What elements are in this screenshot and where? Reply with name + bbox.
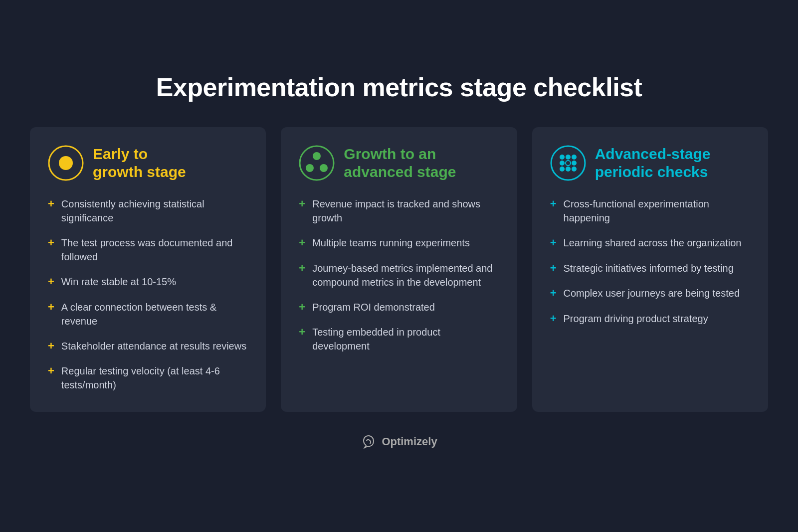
svg-point-12	[572, 161, 577, 166]
item-text: Learning shared across the organization	[564, 236, 742, 250]
early-stage-title: Early togrowth stage	[93, 145, 186, 181]
svg-point-6	[551, 146, 585, 180]
list-item: + Revenue impact is tracked and shows gr…	[299, 197, 499, 225]
item-text: Journey-based metrics implemented and co…	[312, 261, 499, 289]
advanced-stage-icon	[550, 145, 586, 181]
plus-icon: +	[550, 236, 557, 250]
column-advanced: Advanced-stageperiodic checks + Cross-fu…	[532, 127, 768, 412]
plus-icon: +	[48, 364, 54, 378]
plus-icon: +	[48, 339, 54, 354]
list-item: + Program ROI demonstrated	[299, 300, 499, 315]
plus-icon: +	[299, 236, 305, 250]
item-text: Multiple teams running experiments	[312, 236, 470, 250]
plus-icon: +	[48, 275, 54, 289]
column-header-early: Early togrowth stage	[48, 145, 248, 181]
item-text: Program ROI demonstrated	[312, 300, 435, 314]
svg-point-1	[59, 156, 73, 170]
list-item: + A clear connection between tests & rev…	[48, 300, 248, 328]
list-item: + Win rate stable at 10-15%	[48, 275, 248, 289]
brand-name: Optimizely	[382, 435, 437, 448]
svg-point-15	[572, 167, 577, 172]
svg-point-14	[566, 167, 571, 172]
item-text: Program driving product strategy	[564, 312, 708, 326]
list-item: + Testing embedded in product developmen…	[299, 325, 499, 353]
item-text: Stakeholder attendance at results review…	[61, 339, 246, 353]
growth-checklist: + Revenue impact is tracked and shows gr…	[299, 197, 499, 353]
item-text: Regular testing velocity (at least 4-6 t…	[61, 364, 248, 392]
column-header-advanced: Advanced-stageperiodic checks	[550, 145, 750, 181]
svg-point-11	[566, 161, 571, 166]
list-item: + Multiple teams running experiments	[299, 236, 499, 250]
list-item: + Stakeholder attendance at results revi…	[48, 339, 248, 354]
advanced-stage-title: Advanced-stageperiodic checks	[595, 145, 711, 181]
list-item: + The test process was documented and fo…	[48, 236, 248, 264]
advanced-checklist: + Cross-functional experimentation happe…	[550, 197, 750, 326]
column-header-growth: Growth to anadvanced stage	[299, 145, 499, 181]
list-item: + Cross-functional experimentation happe…	[550, 197, 750, 225]
svg-point-7	[560, 155, 565, 160]
early-stage-icon	[48, 145, 84, 181]
item-text: Strategic initiatives informed by testin…	[564, 261, 734, 275]
svg-point-4	[306, 164, 314, 172]
plus-icon: +	[550, 286, 557, 301]
plus-icon: +	[299, 325, 305, 340]
list-item: + Journey-based metrics implemented and …	[299, 261, 499, 289]
item-text: Consistently achieving statistical signi…	[61, 197, 248, 225]
plus-icon: +	[550, 312, 557, 326]
svg-point-2	[300, 146, 334, 180]
item-text: The test process was documented and foll…	[61, 236, 248, 264]
list-item: + Complex user journeys are being tested	[550, 286, 750, 301]
plus-icon: +	[48, 197, 54, 211]
item-text: Testing embedded in product development	[312, 325, 499, 353]
plus-icon: +	[299, 261, 305, 276]
svg-point-5	[320, 164, 328, 172]
list-item: + Learning shared across the organizatio…	[550, 236, 750, 250]
svg-point-8	[566, 155, 571, 160]
list-item: + Strategic initiatives informed by test…	[550, 261, 750, 276]
footer: Optimizely	[361, 434, 437, 450]
item-text: Complex user journeys are being tested	[564, 286, 740, 300]
column-growth: Growth to anadvanced stage + Revenue imp…	[281, 127, 517, 412]
plus-icon: +	[550, 261, 557, 276]
svg-point-13	[560, 167, 565, 172]
growth-stage-icon	[299, 145, 335, 181]
svg-point-10	[560, 161, 565, 166]
columns-container: Early togrowth stage + Consistently achi…	[30, 127, 768, 412]
plus-icon: +	[299, 300, 305, 315]
item-text: A clear connection between tests & reven…	[61, 300, 248, 328]
plus-icon: +	[550, 197, 557, 211]
plus-icon: +	[48, 236, 54, 250]
early-checklist: + Consistently achieving statistical sig…	[48, 197, 248, 392]
list-item: + Program driving product strategy	[550, 312, 750, 326]
column-early: Early togrowth stage + Consistently achi…	[30, 127, 266, 412]
item-text: Revenue impact is tracked and shows grow…	[312, 197, 499, 225]
brand-logo: Optimizely	[361, 434, 437, 450]
svg-point-3	[313, 152, 321, 160]
list-item: + Consistently achieving statistical sig…	[48, 197, 248, 225]
growth-stage-title: Growth to anadvanced stage	[344, 145, 456, 181]
svg-point-9	[572, 155, 577, 160]
item-text: Win rate stable at 10-15%	[61, 275, 176, 289]
plus-icon: +	[48, 300, 54, 315]
item-text: Cross-functional experimentation happeni…	[564, 197, 750, 225]
page-title: Experimentation metrics stage checklist	[156, 72, 642, 102]
list-item: + Regular testing velocity (at least 4-6…	[48, 364, 248, 392]
optimizely-logo-icon	[361, 434, 377, 450]
plus-icon: +	[299, 197, 305, 211]
